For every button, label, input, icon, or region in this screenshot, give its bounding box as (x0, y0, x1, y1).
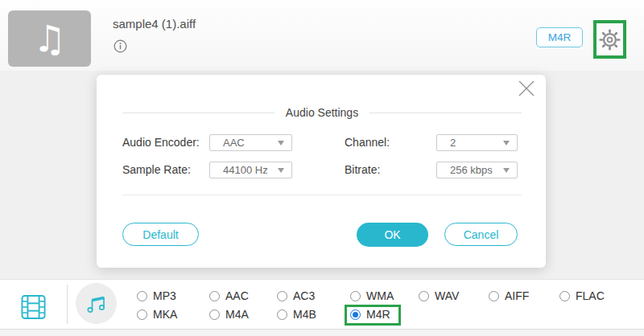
radio-icon (209, 291, 220, 301)
audio-formats-tab[interactable] (76, 283, 117, 324)
chevron-down-icon (278, 141, 284, 145)
format-option-aac[interactable]: AAC (209, 289, 249, 302)
format-label: M4B (293, 308, 316, 321)
format-label: M4A (225, 308, 249, 321)
format-option-m4b[interactable]: M4B (277, 308, 316, 321)
chevron-down-icon (503, 141, 510, 145)
file-thumbnail: ♫ (8, 10, 91, 67)
radio-icon (559, 291, 570, 301)
audio-encoder-label: Audio Encoder: (122, 136, 200, 149)
sample-rate-select[interactable]: 44100 Hz (209, 162, 292, 178)
gear-icon (599, 29, 621, 51)
radio-icon (350, 291, 361, 301)
title-rule-left (122, 113, 275, 113)
audio-settings-dialog: Audio Settings Audio Encoder: AAC Channe… (97, 75, 546, 268)
format-label: AAC (225, 289, 249, 302)
film-strip-icon (21, 294, 46, 320)
format-label: AC3 (293, 289, 315, 302)
default-button[interactable]: Default (122, 223, 199, 246)
audio-encoder-select[interactable]: AAC (209, 134, 292, 151)
format-bar-divider (67, 285, 68, 324)
radio-icon (277, 291, 287, 301)
window-bottom-strip (0, 329, 644, 336)
audio-encoder-value: AAC (210, 137, 245, 149)
sample-rate-value: 44100 Hz (210, 164, 268, 176)
default-button-label: Default (142, 228, 178, 241)
format-label: WMA (366, 289, 394, 302)
radio-icon (137, 291, 147, 301)
channel-select[interactable]: 2 (436, 134, 518, 151)
sample-rate-label: Sample Rate: (122, 163, 191, 176)
dialog-title: Audio Settings (275, 106, 369, 119)
output-format-button[interactable]: M4R (536, 27, 583, 47)
cancel-button[interactable]: Cancel (444, 223, 518, 246)
format-option-flac[interactable]: FLAC (559, 289, 605, 302)
video-formats-tab[interactable] (21, 294, 46, 320)
radio-icon (137, 309, 147, 320)
output-format-label: M4R (548, 31, 572, 43)
format-label: MP3 (153, 289, 176, 302)
radio-icon (489, 291, 499, 301)
bitrate-select[interactable]: 256 kbps (436, 162, 518, 178)
format-option-wma[interactable]: WMA (350, 289, 394, 302)
bitrate-value: 256 kbps (437, 164, 493, 176)
format-label: WAV (435, 289, 459, 302)
format-option-wav[interactable]: WAV (419, 289, 459, 302)
close-icon[interactable] (518, 80, 535, 97)
channel-value: 2 (437, 137, 456, 149)
format-option-aiff[interactable]: AIFF (489, 289, 529, 302)
title-rule-right (369, 113, 522, 113)
ok-button[interactable]: OK (357, 223, 428, 247)
format-option-m4r-selected[interactable]: M4R (350, 308, 390, 321)
file-name: sample4 (1).aiff (113, 17, 196, 31)
bitrate-label: Bitrate: (345, 163, 380, 176)
dialog-title-row: Audio Settings (122, 106, 522, 119)
format-label: AIFF (505, 289, 529, 302)
radio-selected-icon (350, 309, 361, 320)
radio-icon (277, 309, 287, 320)
app-window: ♫ sample4 (1).aiff M4R (0, 0, 644, 336)
format-label: M4R (366, 308, 390, 321)
radio-icon (419, 291, 429, 301)
dialog-divider (122, 195, 522, 195)
chevron-down-icon (278, 168, 284, 173)
format-label: FLAC (576, 289, 605, 302)
music-note-circle-icon (85, 293, 108, 315)
channel-label: Channel: (345, 136, 390, 149)
format-option-m4a[interactable]: M4A (209, 308, 249, 321)
ok-button-label: OK (384, 228, 400, 241)
settings-button-highlight[interactable] (593, 20, 626, 59)
radio-icon (209, 309, 220, 320)
info-icon[interactable] (114, 39, 127, 53)
chevron-down-icon (503, 168, 510, 173)
format-option-mp3[interactable]: MP3 (137, 289, 176, 302)
music-note-icon: ♫ (33, 20, 66, 57)
format-option-mka[interactable]: MKA (137, 308, 177, 321)
header-bar: ♫ sample4 (1).aiff M4R (0, 0, 644, 71)
format-label: MKA (153, 308, 177, 321)
cancel-button-label: Cancel (464, 228, 499, 241)
format-option-ac3[interactable]: AC3 (277, 289, 315, 302)
